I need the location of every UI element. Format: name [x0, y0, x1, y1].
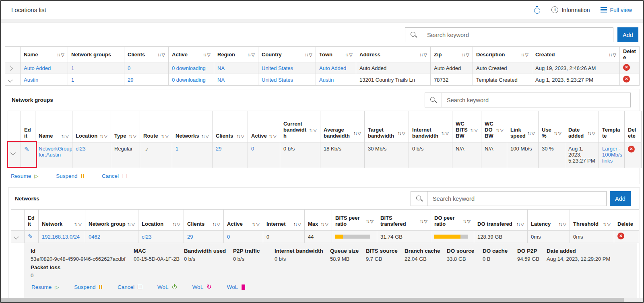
- networks-add-button[interactable]: Add: [610, 191, 631, 206]
- network-groups-count-link[interactable]: 1: [68, 74, 124, 86]
- filter-icon[interactable]: ▽: [370, 219, 374, 224]
- edit-icon[interactable]: [28, 233, 33, 240]
- network-group-link[interactable]: 0462: [85, 231, 138, 243]
- country-link[interactable]: United States: [258, 74, 316, 86]
- filter-icon[interactable]: ▽: [563, 222, 566, 227]
- sort-icon[interactable]: ↑↓: [213, 222, 216, 227]
- sort-icon[interactable]: ↑↓: [554, 131, 557, 136]
- filter-icon[interactable]: ▽: [446, 131, 449, 136]
- col-date-added[interactable]: Date added↑↓▽: [565, 111, 599, 142]
- col-use-percent[interactable]: Use %↑↓▽: [539, 111, 565, 142]
- region-link[interactable]: NA: [214, 74, 258, 86]
- networks-search-input[interactable]: [428, 192, 606, 206]
- sort-icon[interactable]: ↑↓: [588, 131, 591, 136]
- sort-icon[interactable]: ↑↓: [57, 52, 60, 57]
- sort-icon[interactable]: ↑↓: [463, 219, 466, 224]
- col-do-peer-ratio[interactable]: DO peer ratio↑↓▽: [431, 210, 474, 231]
- col-name[interactable]: Name↑↓▽: [21, 47, 68, 62]
- region-link[interactable]: NA: [214, 62, 258, 74]
- col-active[interactable]: Active↑↓▽: [248, 111, 280, 142]
- col-active[interactable]: Active↑↓▽: [224, 210, 263, 231]
- col-clients[interactable]: Clients↑↓▽: [124, 47, 169, 62]
- town-link[interactable]: Austin: [316, 74, 356, 86]
- cancel-button[interactable]: Cancel: [102, 173, 126, 179]
- filter-icon[interactable]: ▽: [133, 134, 136, 138]
- col-address[interactable]: Address↑↓▽: [356, 47, 431, 62]
- filter-icon[interactable]: ▽: [607, 222, 611, 227]
- sort-icon[interactable]: ↑↓: [603, 222, 607, 227]
- sort-icon[interactable]: ↑↓: [496, 128, 500, 132]
- filter-icon[interactable]: ▽: [104, 134, 107, 138]
- chevron-down-icon[interactable]: [8, 77, 13, 82]
- clients-link[interactable]: 29: [213, 142, 248, 168]
- sort-icon[interactable]: ↑↓: [353, 131, 357, 136]
- cancel-button[interactable]: Cancel: [118, 284, 142, 290]
- template-link[interactable]: Larger - 100Mb/s links: [599, 142, 625, 168]
- sort-icon[interactable]: ↑↓: [269, 134, 272, 138]
- col-average-bandwidth[interactable]: Average bandwidth↑↓▽: [320, 111, 365, 142]
- sort-icon[interactable]: ↑↓: [527, 131, 531, 136]
- filter-icon[interactable]: ▽: [273, 134, 277, 138]
- edit-icon[interactable]: [24, 146, 29, 153]
- filter-icon[interactable]: ▽: [424, 219, 427, 224]
- col-zip[interactable]: Zip↑↓▽: [431, 47, 473, 62]
- chevron-down-icon[interactable]: [10, 150, 16, 155]
- col-region[interactable]: Region↑↓▽: [214, 47, 258, 62]
- filter-icon[interactable]: ▽: [467, 219, 471, 224]
- filter-icon[interactable]: ▽: [206, 134, 209, 138]
- col-networks[interactable]: Networks↑↓▽: [172, 111, 213, 142]
- filter-icon[interactable]: ▽: [521, 222, 524, 227]
- col-link-speed[interactable]: Link speed↑↓▽: [507, 111, 539, 142]
- location-link[interactable]: cf23: [72, 142, 111, 168]
- col-clients[interactable]: Clients↑↓▽: [184, 210, 224, 231]
- col-created[interactable]: Created↑↓▽: [532, 47, 620, 62]
- sort-icon[interactable]: ↑↓: [609, 52, 612, 57]
- sort-icon[interactable]: ↑↓: [252, 222, 256, 227]
- sort-icon[interactable]: ↑↓: [321, 222, 324, 227]
- information-button[interactable]: Information: [551, 6, 590, 13]
- sort-icon[interactable]: ↑↓: [161, 134, 165, 138]
- sort-icon[interactable]: ↑↓: [419, 52, 423, 57]
- suspend-button[interactable]: Suspend: [56, 173, 84, 179]
- horizontal-scrollbar[interactable]: [1, 298, 643, 302]
- sort-icon[interactable]: ↑↓: [366, 219, 369, 224]
- sort-icon[interactable]: ↑↓: [293, 222, 297, 227]
- col-bits-transfered[interactable]: BITS transfered↑↓▽: [377, 210, 431, 231]
- col-description[interactable]: Description↑↓▽: [473, 47, 532, 62]
- filter-icon[interactable]: ▽: [358, 131, 361, 136]
- col-current-bandwidth[interactable]: Current bandwidth↑↓▽: [280, 111, 320, 142]
- resume-button[interactable]: Resume: [11, 173, 38, 179]
- network-groups-count-link[interactable]: 1: [68, 62, 124, 74]
- filter-icon[interactable]: ▽: [165, 134, 169, 138]
- scrollbar-thumb[interactable]: [1, 298, 624, 302]
- sort-icon[interactable]: ↑↓: [129, 134, 132, 138]
- sort-icon[interactable]: ↑↓: [305, 52, 308, 57]
- filter-icon[interactable]: ▽: [558, 131, 561, 136]
- filter-icon[interactable]: ▽: [424, 52, 427, 57]
- sort-icon[interactable]: ↑↓: [462, 52, 465, 57]
- filter-icon[interactable]: ▽: [256, 222, 260, 227]
- active-link[interactable]: 0 downloading: [169, 74, 214, 86]
- col-location[interactable]: Location↑↓▽: [138, 210, 184, 231]
- col-location[interactable]: Location↑↓▽: [72, 111, 111, 142]
- filter-icon[interactable]: ▽: [532, 131, 535, 136]
- filter-icon[interactable]: ▽: [475, 128, 478, 132]
- col-route[interactable]: Route↑↓▽: [140, 111, 172, 142]
- filter-icon[interactable]: ▽: [298, 222, 301, 227]
- filter-icon[interactable]: ▽: [466, 52, 469, 57]
- col-network-group[interactable]: Network group↑↓▽: [85, 210, 138, 231]
- filter-icon[interactable]: ▽: [525, 52, 528, 57]
- sort-icon[interactable]: ↑↓: [521, 52, 524, 57]
- col-active[interactable]: Active↑↓▽: [169, 47, 214, 62]
- network-link[interactable]: 192.168.13.0/24: [39, 231, 85, 243]
- location-link[interactable]: cf23: [138, 231, 184, 243]
- town-link[interactable]: Auto Added: [316, 62, 356, 74]
- sort-icon[interactable]: ↑↓: [173, 222, 176, 227]
- col-type[interactable]: Type↑↓▽: [111, 111, 140, 142]
- suspend-button[interactable]: Suspend: [74, 284, 102, 290]
- chevron-right-icon[interactable]: [8, 66, 13, 71]
- network-groups-search-input[interactable]: [442, 93, 630, 107]
- sort-icon[interactable]: ↑↓: [516, 222, 520, 227]
- location-name-link[interactable]: Auto Added: [21, 62, 68, 74]
- filter-icon[interactable]: ▽: [309, 52, 312, 57]
